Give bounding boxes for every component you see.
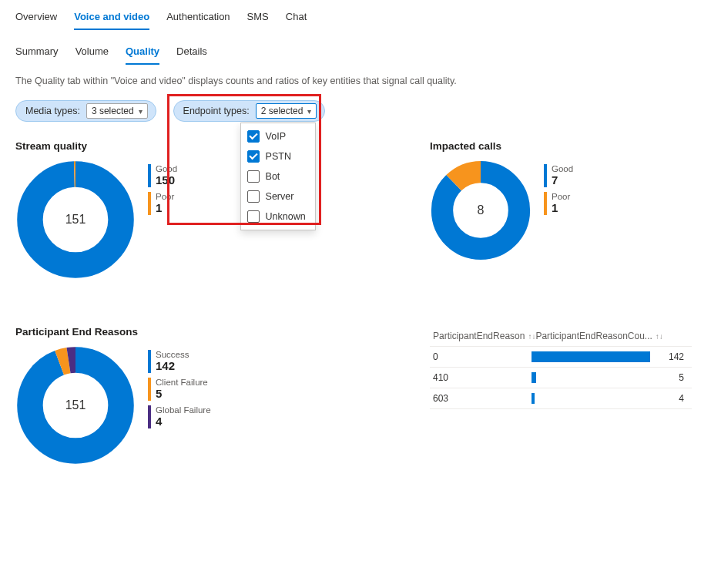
subtab-details[interactable]: Details bbox=[176, 41, 207, 65]
legend-swatch bbox=[148, 192, 151, 215]
filter-endpoint-types: Endpoint types: 2 selected ▾ VoIP PSTN B… bbox=[173, 100, 326, 122]
bar-cell bbox=[532, 351, 650, 362]
filter-endpoint-value: 2 selected bbox=[261, 106, 303, 116]
filter-media-value: 3 selected bbox=[92, 106, 134, 116]
filter-endpoint-select[interactable]: 2 selected ▾ bbox=[256, 103, 317, 119]
checkbox-icon bbox=[247, 210, 260, 223]
filter-row: Media types: 3 selected ▾ Endpoint types… bbox=[15, 100, 706, 122]
legend-swatch bbox=[544, 164, 547, 187]
donut-impacted-calls: 8 bbox=[430, 160, 532, 261]
legend-label: Success bbox=[156, 350, 189, 360]
filter-media-types: Media types: 3 selected ▾ bbox=[15, 100, 156, 122]
subtab-quality[interactable]: Quality bbox=[126, 41, 159, 65]
dropdown-option-server[interactable]: Server bbox=[241, 186, 315, 207]
subtab-summary[interactable]: Summary bbox=[15, 41, 59, 65]
dropdown-option-pstn[interactable]: PSTN bbox=[241, 146, 315, 166]
tab-voice-and-video[interactable]: Voice and video bbox=[74, 6, 149, 30]
panel-title: Impacted calls bbox=[430, 140, 706, 152]
dropdown-option-voip[interactable]: VoIP bbox=[241, 126, 315, 146]
bar-cell bbox=[532, 372, 650, 383]
legend-item: Poor 1 bbox=[148, 192, 177, 215]
legend-value: 1 bbox=[552, 202, 570, 215]
cell-count: 4 bbox=[650, 393, 689, 404]
legend-value: 142 bbox=[156, 360, 189, 373]
legend-label: Client Failure bbox=[156, 378, 208, 388]
filter-endpoint-label: Endpoint types: bbox=[183, 106, 250, 116]
legend-label: Poor bbox=[156, 192, 174, 202]
panel-end-reason-table: ParticipantEndReason↑↓ ParticipantEndRea… bbox=[430, 326, 706, 465]
table-row[interactable]: 410 5 bbox=[430, 368, 692, 388]
dropdown-option-unknown[interactable]: Unknown bbox=[241, 207, 315, 227]
legend-label: Poor bbox=[552, 192, 570, 202]
donut-stream-quality: 151 bbox=[15, 160, 136, 280]
dropdown-option-label: PSTN bbox=[266, 151, 291, 162]
checkbox-icon bbox=[247, 130, 260, 143]
legend-value: 150 bbox=[156, 174, 177, 187]
legend-item: Good 150 bbox=[148, 164, 177, 187]
cell-count: 5 bbox=[650, 372, 689, 383]
column-header-count[interactable]: ParticipantEndReasonCou...↑↓ bbox=[535, 331, 689, 341]
legend-item: Client Failure 5 bbox=[148, 378, 211, 401]
tab-chat[interactable]: Chat bbox=[286, 6, 307, 30]
panel-participant-end-reasons: Participant End Reasons 151 Success 142 bbox=[15, 326, 291, 465]
legend-item: Success 142 bbox=[148, 350, 211, 373]
legend-impacted-calls: Good 7 Poor 1 bbox=[544, 160, 573, 215]
dropdown-option-label: Server bbox=[266, 191, 294, 202]
top-tabbar: Overview Voice and video Authentication … bbox=[15, 6, 706, 30]
panel-title: Participant End Reasons bbox=[15, 326, 291, 338]
legend-value: 4 bbox=[156, 415, 211, 428]
legend-label: Global Failure bbox=[156, 405, 211, 415]
legend-label: Good bbox=[552, 164, 573, 174]
end-reason-table: ParticipantEndReason↑↓ ParticipantEndRea… bbox=[430, 326, 692, 409]
cell-count: 142 bbox=[650, 351, 689, 362]
legend-label: Good bbox=[156, 164, 177, 174]
legend-item: Global Failure 4 bbox=[148, 405, 211, 428]
donut-center-value: 151 bbox=[15, 345, 136, 465]
table-row[interactable]: 603 4 bbox=[430, 388, 692, 409]
tab-authentication[interactable]: Authentication bbox=[166, 6, 230, 30]
legend-swatch bbox=[148, 405, 151, 428]
sort-icon: ↑↓ bbox=[528, 332, 535, 341]
panel-impacted-calls: Impacted calls 8 Good 7 bbox=[430, 140, 706, 280]
filter-media-select[interactable]: 3 selected ▾ bbox=[86, 103, 148, 119]
checkbox-icon bbox=[247, 150, 260, 163]
table-header-row: ParticipantEndReason↑↓ ParticipantEndRea… bbox=[430, 326, 692, 347]
legend-value: 1 bbox=[156, 202, 174, 215]
legend-item: Poor 1 bbox=[544, 192, 573, 215]
checkbox-icon bbox=[247, 170, 260, 183]
bar-cell bbox=[532, 393, 650, 404]
legend-swatch bbox=[148, 350, 151, 373]
legend-item: Good 7 bbox=[544, 164, 573, 187]
legend-stream-quality: Good 150 Poor 1 bbox=[148, 160, 177, 215]
endpoint-dropdown: VoIP PSTN Bot Server Unknown bbox=[240, 123, 316, 230]
legend-end-reasons: Success 142 Client Failure 5 Global Fail… bbox=[148, 345, 211, 428]
donut-end-reasons: 151 bbox=[15, 345, 136, 465]
legend-swatch bbox=[148, 378, 151, 401]
dropdown-option-bot[interactable]: Bot bbox=[241, 166, 315, 186]
cell-reason: 603 bbox=[433, 393, 532, 404]
tab-overview[interactable]: Overview bbox=[15, 6, 57, 30]
dropdown-option-label: VoIP bbox=[266, 131, 286, 142]
filter-media-label: Media types: bbox=[25, 106, 80, 116]
cell-reason: 410 bbox=[433, 372, 532, 383]
legend-value: 5 bbox=[156, 388, 208, 401]
chevron-down-icon: ▾ bbox=[307, 107, 311, 116]
table-row[interactable]: 0 142 bbox=[430, 347, 692, 368]
cell-reason: 0 bbox=[433, 351, 532, 362]
legend-value: 7 bbox=[552, 174, 573, 187]
sub-tabbar: Summary Volume Quality Details bbox=[15, 41, 706, 65]
chevron-down-icon: ▾ bbox=[139, 107, 143, 116]
sort-icon: ↑↓ bbox=[656, 332, 663, 341]
panels-grid: Stream quality 151 Good 150 bbox=[15, 140, 706, 465]
column-header-reason[interactable]: ParticipantEndReason↑↓ bbox=[433, 331, 535, 341]
legend-swatch bbox=[544, 192, 547, 215]
checkbox-icon bbox=[247, 190, 260, 203]
tab-sms[interactable]: SMS bbox=[247, 6, 269, 30]
dropdown-option-label: Bot bbox=[266, 171, 280, 182]
subtab-volume[interactable]: Volume bbox=[75, 41, 109, 65]
page-description: The Quality tab within "Voice and video"… bbox=[15, 76, 706, 86]
legend-swatch bbox=[148, 164, 151, 187]
donut-center-value: 151 bbox=[15, 160, 136, 280]
dropdown-option-label: Unknown bbox=[266, 211, 306, 222]
donut-center-value: 8 bbox=[430, 160, 532, 261]
